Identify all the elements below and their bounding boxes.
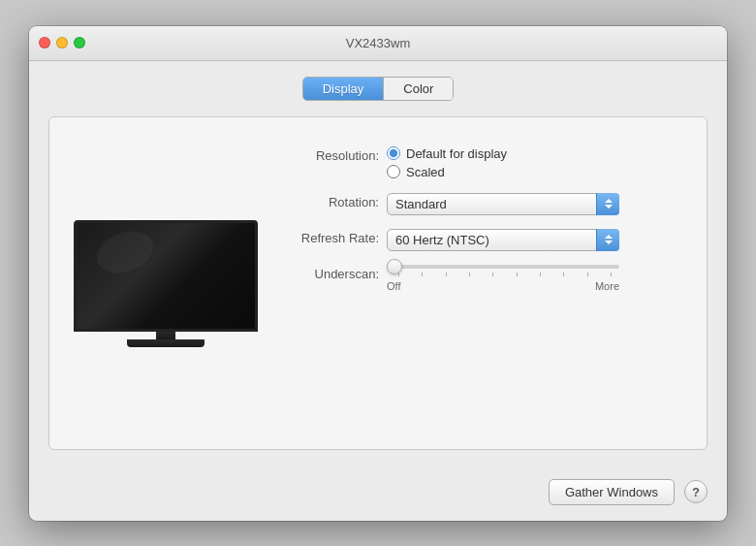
tick-9: [587, 273, 588, 276]
refresh-rate-select[interactable]: 60 Hertz (NTSC) 50 Hertz (PAL) 30 Hertz: [387, 229, 619, 251]
underscan-max-label: More: [595, 280, 619, 292]
settings-panel: Resolution: Default for display Scaled: [282, 137, 687, 430]
underscan-min-label: Off: [387, 280, 400, 292]
main-content: Display Color Resolution:: [29, 61, 727, 466]
monitor-image: [74, 220, 258, 346]
resolution-row: Resolution: Default for display Scaled: [282, 146, 687, 179]
monitor-preview: [69, 137, 263, 430]
resolution-label: Resolution:: [282, 146, 379, 163]
maximize-button[interactable]: [74, 37, 85, 48]
tick-7: [540, 273, 541, 276]
rotation-label: Rotation:: [282, 193, 379, 209]
resolution-default-option[interactable]: Default for display: [387, 146, 687, 161]
display-settings-window: VX2433wm Display Color: [29, 26, 727, 521]
tick-1: [398, 273, 399, 276]
tick-8: [563, 273, 564, 276]
rotation-select[interactable]: Standard 90° 180° 270°: [387, 193, 619, 215]
slider-labels: Off More: [387, 280, 619, 292]
minimize-button[interactable]: [56, 37, 68, 48]
refresh-rate-select-wrapper: 60 Hertz (NTSC) 50 Hertz (PAL) 30 Hertz: [387, 229, 619, 251]
monitor-neck: [156, 332, 175, 339]
tab-color[interactable]: Color: [384, 78, 453, 100]
tick-4: [469, 273, 470, 276]
monitor-stand: [74, 332, 258, 347]
footer: Gather Windows ?: [29, 466, 727, 521]
resolution-options: Default for display Scaled: [387, 146, 687, 179]
resolution-scaled-label: Scaled: [406, 165, 445, 179]
refresh-rate-row: Refresh Rate: 60 Hertz (NTSC) 50 Hertz (…: [282, 229, 687, 251]
resolution-default-radio[interactable]: [387, 146, 400, 160]
tick-3: [446, 273, 447, 276]
refresh-rate-label: Refresh Rate:: [282, 229, 379, 245]
resolution-scaled-radio[interactable]: [387, 165, 400, 178]
tick-6: [517, 273, 518, 276]
window-controls: [39, 37, 85, 48]
monitor-screen: [74, 220, 258, 332]
tick-2: [422, 273, 423, 276]
rotation-row: Rotation: Standard 90° 180° 270°: [282, 193, 687, 215]
close-button[interactable]: [39, 37, 50, 48]
underscan-slider[interactable]: [387, 265, 619, 269]
tick-10: [611, 273, 612, 276]
tick-5: [492, 273, 493, 276]
underscan-slider-section: Off More: [387, 265, 619, 292]
underscan-row: Underscan:: [282, 265, 687, 292]
gather-windows-button[interactable]: Gather Windows: [549, 479, 675, 505]
help-button[interactable]: ?: [684, 480, 708, 503]
underscan-label: Underscan:: [282, 265, 379, 281]
monitor-base: [127, 339, 205, 347]
tab-group: Display Color: [302, 77, 455, 101]
window-title: VX2433wm: [346, 36, 410, 50]
rotation-select-wrapper: Standard 90° 180° 270°: [387, 193, 619, 215]
tab-display[interactable]: Display: [303, 78, 384, 100]
tabs-row: Display Color: [48, 77, 708, 101]
resolution-default-label: Default for display: [406, 146, 507, 161]
resolution-scaled-option[interactable]: Scaled: [387, 165, 687, 179]
titlebar: VX2433wm: [29, 26, 727, 61]
display-panel: Resolution: Default for display Scaled: [48, 116, 708, 450]
slider-ticks: [398, 273, 612, 276]
